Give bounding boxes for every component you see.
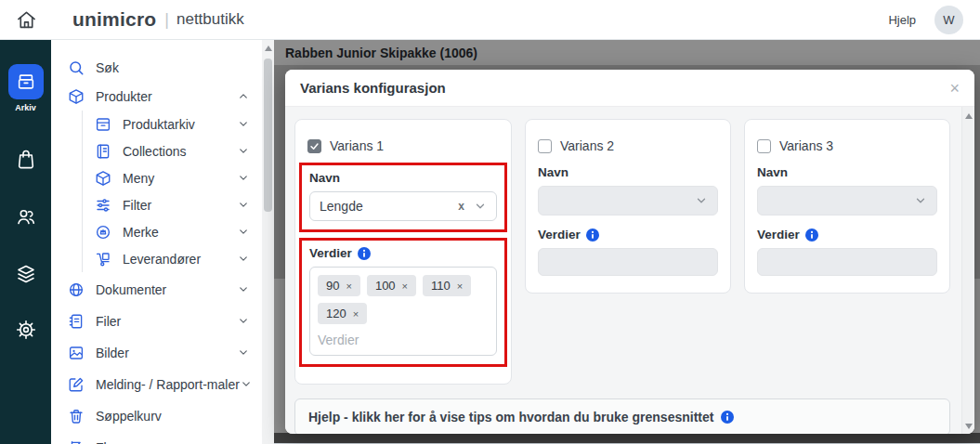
tag-chip: 120× — [318, 303, 367, 324]
chevron-down-icon — [237, 283, 250, 295]
navn-label: Navn — [538, 165, 718, 179]
sidebar-item-label: Flagg — [96, 440, 250, 444]
verdier-label-row: Verdier — [309, 246, 497, 260]
verdier-label-row: Verdier — [538, 228, 718, 242]
sidebar-item-label: Filer — [96, 314, 237, 329]
info-icon[interactable] — [586, 229, 599, 242]
info-icon[interactable] — [721, 411, 734, 424]
navn-label: Navn — [757, 165, 937, 179]
verdier-label: Verdier — [757, 228, 800, 242]
sidebar-item-bilder[interactable]: Bilder — [68, 338, 250, 367]
sidebar-item-label: Søk — [96, 60, 250, 75]
chevron-down-icon — [237, 118, 250, 130]
navn-select-value: Lengde — [320, 199, 458, 214]
scroll-up-arrow[interactable] — [265, 46, 272, 51]
sidebar-item-produkter[interactable]: Produkter — [68, 82, 250, 111]
variant-card-2: Varians 2 Navn Verdier — [525, 119, 731, 294]
sidebar-item-leverandorer[interactable]: Leverandører — [95, 245, 250, 272]
rail-item-arkiv-label: Arkiv — [15, 103, 36, 112]
info-icon[interactable] — [805, 229, 818, 242]
background-bottom-strip — [274, 433, 980, 443]
brand-divider: | — [164, 10, 169, 30]
chevron-down-icon — [914, 194, 927, 207]
remove-tag-icon[interactable]: × — [353, 308, 359, 320]
sidebar-scrollbar-thumb[interactable] — [264, 59, 272, 212]
gear-icon[interactable] — [15, 319, 37, 341]
sidebar-item-meny[interactable]: Meny — [95, 164, 250, 191]
navn-label: Navn — [309, 171, 497, 185]
produkter-submenu: Produktarkiv Collections Meny — [82, 111, 250, 272]
variant1-checkbox-row[interactable]: Varians 1 — [307, 138, 499, 153]
sidebar-item-soppelkurv[interactable]: Søppelkurv — [68, 401, 250, 430]
variant-card-3: Varians 3 Navn Verdier — [744, 119, 950, 294]
sidebar-item-sok[interactable]: Søk — [68, 53, 250, 82]
scroll-up-arrow[interactable] — [965, 113, 973, 119]
verdier-input-disabled — [757, 248, 937, 276]
bag-icon[interactable] — [15, 148, 37, 170]
tag-chip: 100× — [367, 275, 416, 296]
sidebar-item-filter[interactable]: Filter — [95, 191, 250, 218]
top-header: unimicro | nettbutikk Hjelp W — [0, 0, 980, 40]
sidebar-item-collections[interactable]: Collections — [95, 137, 250, 164]
sidebar-item-merke[interactable]: Merke — [95, 218, 250, 245]
background-title-bar: Rabben Junior Skipakke (1006) — [274, 40, 980, 65]
help-tips-bar[interactable]: Hjelp - klikk her for å vise tips om hvo… — [294, 398, 950, 434]
annotation-box-navn: Navn Lengde x — [299, 163, 507, 232]
sidebar-item-label: Merke — [123, 225, 237, 240]
remove-tag-icon[interactable]: × — [346, 281, 351, 292]
remove-tag-icon[interactable]: × — [457, 281, 463, 292]
help-tips-text: Hjelp - klikk her for å vise tips om hvo… — [308, 410, 713, 424]
sidebar-item-produktarkiv[interactable]: Produktarkiv — [95, 111, 250, 137]
sidebar-item-label: Dokumenter — [96, 282, 237, 297]
tag-chip: 90× — [318, 275, 360, 296]
annotation-box-verdier: Verdier 90× 100× 110× 120× Verdier — [299, 238, 507, 367]
modal-scrollbar[interactable] — [961, 107, 974, 434]
variant1-label: Varians 1 — [330, 138, 384, 153]
sidebar: Søk Produkter Produktarkiv Collections — [51, 40, 274, 444]
remove-tag-icon[interactable]: × — [402, 281, 408, 292]
verdier-input-disabled — [538, 248, 718, 276]
checkbox-checked-icon[interactable] — [307, 139, 321, 153]
sidebar-item-label: Søppelkurv — [96, 409, 250, 424]
tag-chip: 110× — [423, 275, 471, 296]
sidebar-item-label: Filter — [123, 198, 237, 213]
sidebar-item-dokumenter[interactable]: Dokumenter — [68, 275, 250, 304]
help-link[interactable]: Hjelp — [888, 13, 916, 27]
variant2-checkbox-row[interactable]: Varians 2 — [538, 138, 718, 153]
checkbox-unchecked-icon[interactable] — [538, 139, 552, 153]
icon-rail: Arkiv — [0, 40, 51, 444]
brand-name: unimicro — [72, 8, 156, 31]
sidebar-scrollbar[interactable] — [262, 40, 274, 444]
users-icon[interactable] — [15, 205, 37, 228]
verdier-placeholder: Verdier — [318, 333, 489, 347]
rail-item-arkiv[interactable] — [8, 64, 44, 99]
clear-selection-icon[interactable]: x — [458, 200, 464, 213]
variant3-checkbox-row[interactable]: Varians 3 — [757, 138, 937, 153]
sidebar-item-label: Collections — [123, 144, 237, 159]
home-icon[interactable] — [16, 9, 37, 31]
archive-icon — [16, 72, 36, 92]
layers-icon[interactable] — [15, 263, 37, 285]
sidebar-item-label: Leverandører — [123, 252, 237, 267]
sidebar-item-label: Melding- / Rapport-maler — [96, 377, 240, 392]
scroll-down-arrow[interactable] — [965, 424, 973, 429]
close-icon[interactable]: × — [949, 80, 960, 97]
verdier-tags-input[interactable]: 90× 100× 110× 120× Verdier — [309, 267, 497, 356]
sidebar-item-melding-rapport-maler[interactable]: Melding- / Rapport-maler — [68, 370, 250, 398]
navn-select[interactable]: Lengde x — [309, 191, 497, 221]
chevron-down-icon — [240, 378, 253, 390]
checkbox-unchecked-icon[interactable] — [757, 139, 771, 153]
info-icon[interactable] — [358, 247, 371, 260]
brand-suffix: nettbutikk — [176, 10, 244, 29]
background-page-title: Rabben Junior Skipakke (1006) — [285, 46, 477, 60]
variant-config-modal: Varians konfigurasjon × Varians 1 Navn L… — [285, 70, 974, 434]
avatar[interactable]: W — [934, 6, 963, 34]
brand-logo: unimicro | nettbutikk — [72, 8, 244, 31]
modal-title: Varians konfigurasjon — [300, 80, 446, 96]
variant-card-1: Varians 1 Navn Lengde x Verdier — [294, 119, 512, 385]
navn-select-disabled — [757, 186, 937, 215]
verdier-label: Verdier — [538, 228, 581, 242]
chevron-down-icon — [237, 346, 250, 359]
sidebar-item-flagg[interactable]: Flagg — [68, 433, 250, 444]
sidebar-item-filer[interactable]: Filer — [68, 307, 250, 335]
